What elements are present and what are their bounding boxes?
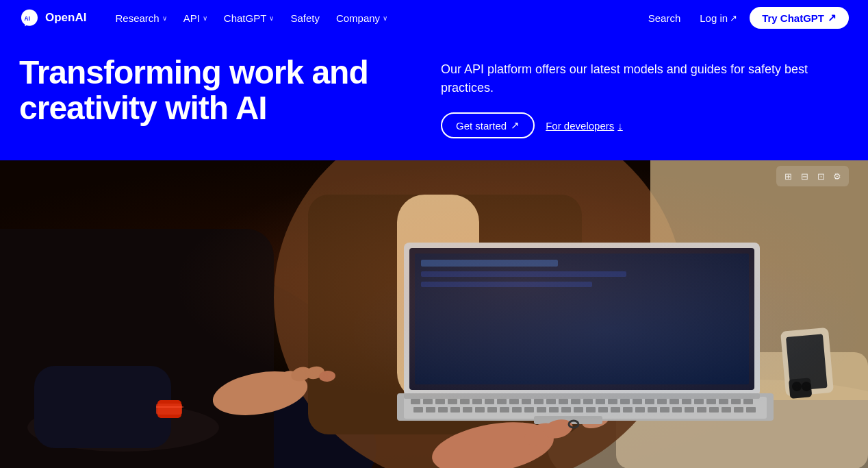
search-button[interactable]: Search [641, 8, 688, 28]
try-chatgpt-button[interactable]: Try ChatGPT ↗ [750, 7, 849, 29]
nav-safety[interactable]: Safety [283, 8, 327, 28]
toolbar-icon-3[interactable]: ⊡ [813, 169, 828, 184]
company-chevron-icon: ∨ [383, 14, 387, 22]
hero-scene-svg [0, 160, 868, 468]
hero-section: Transforming work and creativity with AI… [0, 36, 868, 160]
login-arrow-icon: ↗ [730, 13, 737, 23]
hero-description: Our API platform offers our latest model… [441, 60, 824, 97]
developers-arrow-icon: ↓ [617, 120, 623, 132]
toolbar-settings-icon[interactable]: ⚙ [830, 169, 845, 184]
hero-right: Our API platform offers our latest model… [441, 55, 849, 138]
hero-buttons: Get started ↗ For developers ↓ [441, 112, 849, 138]
nav-company[interactable]: Company ∨ [329, 8, 394, 28]
svg-rect-110 [0, 160, 868, 468]
navbar: AI OpenAI Research ∨ API ∨ ChatGPT ∨ Saf… [0, 0, 868, 36]
login-button[interactable]: Log in ↗ [693, 8, 744, 28]
chatgpt-chevron-icon: ∨ [269, 14, 274, 22]
logo[interactable]: AI OpenAI [19, 8, 86, 28]
for-developers-button[interactable]: For developers ↓ [546, 120, 623, 132]
svg-text:AI: AI [25, 16, 30, 22]
nav-links: Research ∨ API ∨ ChatGPT ∨ Safety Compan… [108, 8, 641, 28]
get-started-button[interactable]: Get started ↗ [441, 112, 535, 138]
hero-image [0, 160, 868, 468]
nav-chatgpt[interactable]: ChatGPT ∨ [217, 8, 281, 28]
hero-left: Transforming work and creativity with AI [19, 55, 427, 138]
nav-right: Search Log in ↗ Try ChatGPT ↗ [641, 7, 849, 29]
image-toolbar: ⊞ ⊟ ⊡ ⚙ [776, 166, 849, 186]
get-started-arrow-icon: ↗ [511, 119, 520, 132]
brand-name: OpenAI [45, 11, 86, 25]
hero-headline: Transforming work and creativity with AI [19, 55, 427, 126]
try-arrow-icon: ↗ [828, 12, 837, 24]
nav-api[interactable]: API ∨ [177, 8, 214, 28]
toolbar-icon-2[interactable]: ⊟ [797, 169, 812, 184]
api-chevron-icon: ∨ [203, 14, 207, 22]
nav-research[interactable]: Research ∨ [108, 8, 173, 28]
toolbar-icon-1[interactable]: ⊞ [780, 169, 795, 184]
image-section: ⊞ ⊟ ⊡ ⚙ [0, 160, 868, 468]
research-chevron-icon: ∨ [162, 14, 167, 22]
openai-logo-icon: AI [19, 8, 40, 28]
